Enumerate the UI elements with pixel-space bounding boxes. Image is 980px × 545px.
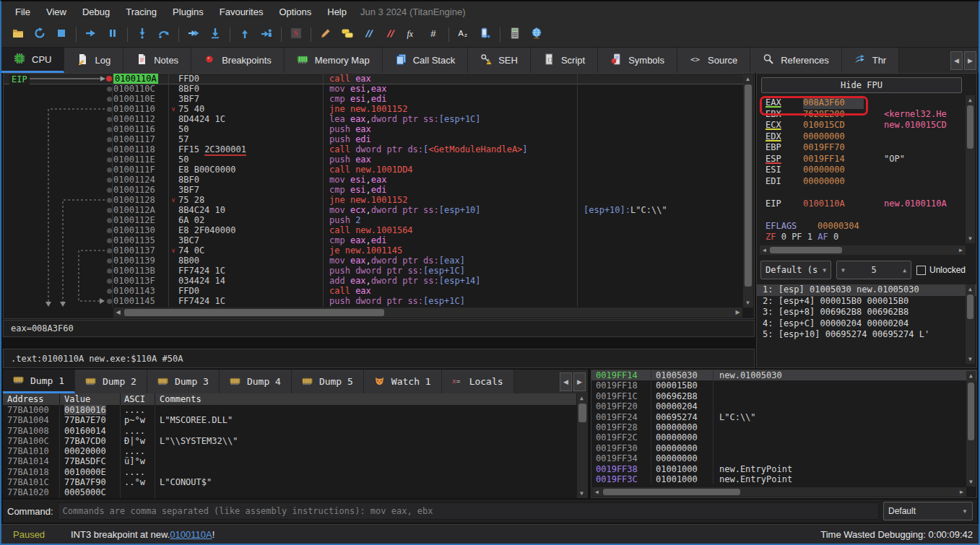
register-row-eflags[interactable]: EFLAGS00000304 (757, 221, 976, 232)
stack-vertical-scrollbar[interactable]: ▲ ▼ (966, 371, 976, 487)
column-divider[interactable] (323, 74, 324, 307)
dump-value[interactable]: 00160014 (59, 426, 120, 436)
tab-source[interactable]: <>Source (677, 48, 750, 73)
calculator-button[interactable] (504, 25, 526, 45)
stack-argument-row[interactable]: 4: [esp+C] 00000204 00000204 (757, 318, 976, 330)
stripes-red-button[interactable] (380, 25, 402, 45)
register-value[interactable]: 0019FF70 (803, 142, 864, 154)
stack-row[interactable]: 0019FF3C01001000new.EntryPoint (591, 474, 976, 484)
spinner-up-icon[interactable]: ▲ (903, 267, 906, 274)
restart-button[interactable] (29, 25, 51, 45)
tab-script[interactable]: {}Script (531, 48, 598, 73)
stack-row[interactable]: 0019FF3400000000 (591, 453, 976, 463)
unlocked-checkbox[interactable] (916, 266, 926, 275)
dump-value[interactable]: 0010000E (59, 467, 120, 477)
flag-name[interactable]: AF (818, 232, 833, 242)
menu-item-plugins[interactable]: Plugins (165, 6, 212, 17)
command-input[interactable] (58, 502, 879, 520)
tab-dump4[interactable]: Dump 4 (220, 370, 292, 393)
dump-value[interactable]: 0005000C (59, 487, 120, 497)
column-divider[interactable] (577, 74, 578, 307)
disassembly-row[interactable]: 010011128D4424 1Clea eax,dword ptr ss:[e… (4, 114, 744, 124)
disassembly-row[interactable]: 0100111E50push eax (4, 154, 744, 165)
stack-argument-row[interactable]: 1: [esp] 01005030 new.01005030 (757, 284, 976, 296)
step-bottom-button[interactable] (204, 25, 226, 45)
menu-item-help[interactable]: Help (319, 6, 355, 17)
tab-scroll-right-button[interactable]: ▶ (964, 51, 976, 70)
disassembly-row[interactable]: 010011353BC7cmp eax,edi (4, 235, 744, 245)
tab-seh[interactable]: SEH (468, 48, 531, 73)
dump-row[interactable]: 77BA100477BA7E70p~°wL"MSCOREE.DLL" (3, 415, 576, 425)
disassembly-row[interactable]: 01001145FF7424 1Cpush dword ptr ss:[esp+… (4, 296, 744, 306)
register-value[interactable]: 00000304 (818, 221, 878, 232)
disassembly-row[interactable]: 01001143FFD0call eax (4, 286, 744, 296)
dump-row[interactable]: 77BA10200005000C (3, 487, 576, 497)
argument-depth-spinner[interactable]: ▼ 5 ▲ (836, 261, 911, 279)
dump-row[interactable]: 77BA10180010000E.... (3, 467, 576, 477)
dump-value[interactable]: 00020000 (59, 446, 120, 456)
arguments-vertical-scrollbar[interactable]: ▲ ▼ (966, 284, 975, 364)
stack-row[interactable]: 0019FF2C00000000 (591, 432, 976, 442)
hide-fpu-button[interactable]: Hide FPU (761, 77, 962, 93)
disassembly-row[interactable]: 0100112E6A 02push 2 (4, 215, 744, 225)
disasm-horizontal-scrollbar[interactable]: ◀ ▶ (113, 308, 742, 318)
disassembly-row[interactable]: 01001130E8 2F040000call new.1001564 (4, 225, 744, 235)
disasm-vertical-scrollbar[interactable]: ▲ ▼ (743, 74, 753, 308)
register-row-eip[interactable]: EIP0100110Anew.0100110A (757, 199, 976, 210)
spinner-down-icon[interactable]: ▼ (841, 267, 845, 274)
run-to-user-button[interactable] (183, 25, 204, 45)
stripes-blue-button[interactable] (358, 25, 380, 45)
stack-row[interactable]: 0019FF3801001000new.EntryPoint (591, 464, 976, 474)
tab-dump1[interactable]: Dump 1 (3, 370, 75, 393)
flag-name[interactable]: ZF (766, 232, 781, 242)
register-row-ebp[interactable]: EBP0019FF70 (757, 142, 976, 154)
tab-references[interactable]: References (750, 48, 841, 73)
stack-row[interactable]: 0019FF18000015B0 (591, 380, 976, 391)
settings-s-button[interactable]: S (285, 25, 307, 45)
step-over-button[interactable] (153, 25, 175, 45)
disassembly-row[interactable]: 0100111757push edi (4, 134, 744, 144)
disassembly-row[interactable]: 0100113F034424 14add eax,dword ptr ss:[e… (4, 276, 744, 286)
stack-row[interactable]: 0019FF2800000000 (591, 422, 976, 432)
disassembly-row[interactable]: 01001128∨75 28jne new.1001152 (4, 195, 744, 205)
disassembly-row[interactable]: 010011248BF0mov esi,eax (4, 175, 744, 185)
execute-till-return-button[interactable] (256, 25, 277, 45)
register-row-esi[interactable]: ESI00000000 (757, 165, 976, 176)
calling-convention-select[interactable]: Default (stdc ▼ (760, 261, 831, 279)
menu-item-tracing[interactable]: Tracing (118, 6, 165, 17)
tab-breakpoints[interactable]: Breakpoints (191, 48, 285, 73)
menu-item-file[interactable]: File (7, 6, 38, 17)
dump-value[interactable]: 77BA5DFC (59, 456, 120, 466)
breakpoint-address-link[interactable]: 0100110A (170, 529, 212, 540)
dump-value[interactable]: 00180016 (59, 405, 120, 415)
tab-log[interactable]: Log (64, 48, 123, 73)
dump-value[interactable]: 77BA7F90 (59, 477, 120, 487)
run-button[interactable] (80, 25, 102, 45)
disassembly-row[interactable]: 0100110E3BF7cmp esi,edi (4, 94, 744, 104)
stack-horizontal-scrollbar[interactable]: ◀ ▶ (592, 487, 966, 497)
disassembly-row[interactable]: 0100110C8BF0mov esi,eax (4, 84, 744, 94)
pause-button[interactable] (102, 25, 123, 45)
stack-row[interactable]: 0019FF1401005030new.01005030 (591, 370, 976, 380)
registers-vertical-scrollbar[interactable]: ▲ ▼ (966, 95, 975, 243)
tab-call-stack[interactable]: Call Stack (383, 48, 469, 73)
disassembly-row[interactable]: 01001118FF15 2C300001call dword ptr ds:[… (4, 144, 744, 154)
dump-row[interactable]: 77BA101477BA5DFCü]°w (3, 456, 576, 466)
close-button[interactable] (51, 25, 72, 45)
register-value[interactable]: 00000000 (803, 176, 864, 188)
disassembly-row[interactable]: 010011398B00mov eax,dword ptr ds:[eax] (4, 256, 744, 266)
step-into-button[interactable] (131, 25, 153, 45)
tab-cpu[interactable]: CPU (1, 48, 64, 73)
register-value[interactable]: 010015CD (803, 120, 864, 131)
dump-tab-scroll-right-button[interactable]: ▶ (573, 372, 586, 391)
dump-row[interactable]: 77BA100800160014.... (3, 426, 576, 436)
dump-row[interactable]: 77BA101C77BA7F90..°wL"CONOUT$" (3, 477, 576, 487)
attach-button[interactable] (474, 25, 496, 45)
column-divider[interactable] (168, 74, 169, 307)
tab-dump2[interactable]: Dump 2 (75, 370, 147, 393)
register-value[interactable]: 00000000 (803, 131, 864, 143)
tab-notes[interactable]: Notes (123, 48, 191, 73)
command-script-type-select[interactable]: Default ▼ (883, 502, 973, 520)
tab-watch1[interactable]: Watch 1 (364, 370, 442, 393)
menu-item-debug[interactable]: Debug (74, 6, 118, 17)
